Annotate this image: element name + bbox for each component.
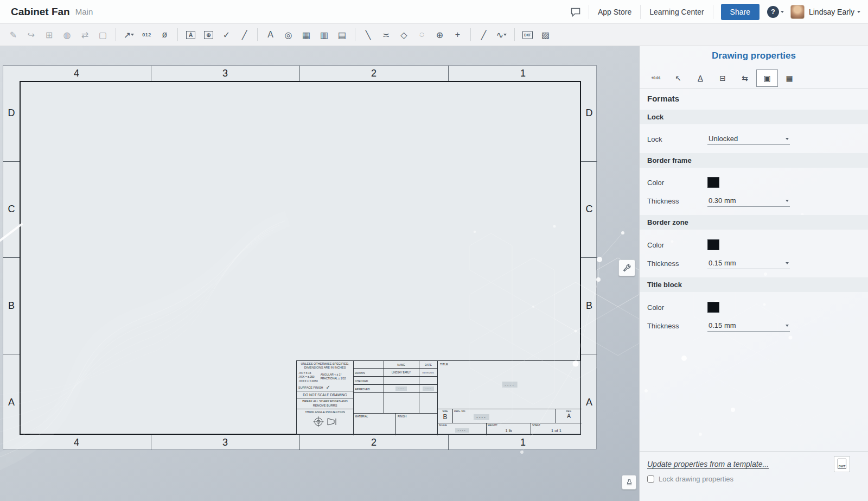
diameter-dimension-icon[interactable]: ø bbox=[156, 27, 174, 43]
leader-style-tab[interactable]: ↖ bbox=[667, 69, 689, 87]
spline-icon[interactable]: ∿ bbox=[493, 27, 510, 43]
thickness-label: Thickness bbox=[647, 197, 707, 205]
sketch-icon[interactable]: ✎ bbox=[4, 27, 22, 43]
material-label: MATERIAL bbox=[354, 415, 368, 418]
border-frame-thickness-row: Thickness 0.30 mm bbox=[640, 194, 868, 208]
rev-value: A bbox=[556, 413, 582, 419]
bom-table-icon[interactable]: ▥ bbox=[315, 27, 333, 43]
swap-icon[interactable]: ⇄ bbox=[76, 27, 94, 43]
precision-style-tab[interactable]: +0.01 bbox=[645, 69, 667, 87]
zone-row-label: C bbox=[586, 204, 593, 215]
title-block-color-swatch[interactable] bbox=[707, 302, 719, 313]
geometric-tolerance-icon[interactable]: ⊕ bbox=[200, 27, 218, 43]
drawn-date: 01/25/2021 bbox=[419, 371, 438, 374]
title-area: TITLE ---- SIZE B DWG. NO. ---- REV. A bbox=[438, 361, 582, 435]
zone-divider bbox=[581, 354, 597, 354]
chevron-down-icon bbox=[781, 11, 784, 13]
insert-image-icon[interactable]: ▨ bbox=[537, 27, 554, 43]
dxf-dwg-export-icon[interactable]: DXF bbox=[519, 27, 537, 43]
note-icon[interactable]: A bbox=[182, 27, 200, 43]
border-zone-color-row: Color bbox=[640, 238, 868, 252]
help-menu-button[interactable]: ? bbox=[767, 6, 784, 18]
weld-symbol-icon[interactable]: ╱ bbox=[235, 27, 253, 43]
user-menu-button[interactable]: Lindsay Early bbox=[809, 8, 860, 16]
line-icon[interactable]: ╱ bbox=[475, 27, 493, 43]
stamp-tool-button[interactable] bbox=[622, 475, 636, 490]
border-zone-color-swatch[interactable] bbox=[707, 239, 719, 250]
break-edges-line1: BREAK ALL SHARP EDGES AND bbox=[297, 399, 353, 403]
lock-section-header: Lock bbox=[640, 110, 868, 124]
lock-drawing-properties-label: Lock drawing properties bbox=[659, 475, 733, 483]
zone-row-label: B bbox=[8, 300, 15, 312]
stamp-icon bbox=[626, 479, 633, 486]
share-button[interactable]: Share bbox=[721, 4, 760, 20]
hole-table-icon[interactable]: ▤ bbox=[333, 27, 351, 43]
lock-label: Lock bbox=[647, 135, 707, 143]
lock-drawing-properties-checkbox[interactable] bbox=[647, 475, 654, 483]
scale-label: SCALE bbox=[439, 424, 447, 427]
color-label: Color bbox=[647, 179, 707, 187]
thickness-label: Thickness bbox=[647, 259, 707, 268]
wrench-icon bbox=[623, 264, 631, 272]
border-zone-thickness-dropdown[interactable]: 0.15 mm bbox=[707, 257, 790, 269]
update-template-row: Update properties from a template... DWT bbox=[640, 451, 868, 476]
zone-column-label: 1 bbox=[520, 437, 526, 448]
dwg-no-value: ---- bbox=[474, 414, 489, 420]
wrench-tool-button[interactable] bbox=[618, 259, 635, 276]
chat-bubble-icon bbox=[570, 7, 581, 17]
workspace-name[interactable]: Main bbox=[75, 7, 93, 16]
chat-button[interactable] bbox=[563, 7, 589, 17]
table-icon[interactable]: ▦ bbox=[297, 27, 315, 43]
do-not-scale-note: DO NOT SCALE DRAWING bbox=[297, 391, 353, 398]
drawing-toolbar: ✎ ↪ ⊞ ◍ ⇄ ▢ ↗ 012 ø A ⊕ ✓ ╱ A ◎ ▦ ▥ ▤ ╲ … bbox=[0, 24, 868, 46]
text-style-tab[interactable]: A bbox=[690, 69, 711, 87]
center-point-circle-icon[interactable]: ⊕ bbox=[431, 27, 449, 43]
dimension-style-tab[interactable]: ⇆ bbox=[734, 69, 756, 87]
detail-view-icon[interactable]: ◎ bbox=[279, 27, 297, 43]
size-value: B bbox=[438, 413, 452, 421]
title-label: TITLE bbox=[440, 363, 448, 366]
construction-line-icon[interactable]: + bbox=[449, 27, 467, 43]
zone-row-label: A bbox=[8, 397, 15, 408]
circle-icon[interactable]: ◌ bbox=[413, 27, 431, 43]
weight-value: 1 lb bbox=[487, 428, 531, 433]
title-block-section-header: Title block bbox=[640, 277, 868, 292]
property-style-tabs: +0.01 ↖ A ⊟ ⇆ ▣ ▦ bbox=[640, 68, 868, 88]
centerline-icon[interactable]: ╲ bbox=[359, 27, 377, 43]
zone-column-label: 1 bbox=[520, 68, 526, 79]
rollback-icon[interactable]: ↪ bbox=[22, 27, 40, 43]
border-format-tab[interactable]: ▣ bbox=[756, 69, 778, 87]
thickness-label: Thickness bbox=[647, 322, 707, 330]
update-from-template-link[interactable]: Update properties from a template... bbox=[647, 460, 769, 468]
dwt-template-button[interactable]: DWT bbox=[834, 456, 850, 472]
crop-icon[interactable]: ▢ bbox=[94, 27, 112, 43]
title-block-color-row: Color bbox=[640, 300, 868, 314]
zone-divider bbox=[581, 161, 597, 162]
break-edges-line2: REMOVE BURRS bbox=[297, 404, 353, 408]
avatar[interactable] bbox=[790, 5, 805, 19]
zone-divider bbox=[448, 435, 449, 450]
lock-dropdown[interactable]: Unlocked bbox=[707, 133, 790, 145]
border-frame-thickness-dropdown[interactable]: 0.30 mm bbox=[707, 195, 790, 207]
view-style-tab[interactable]: ⊟ bbox=[712, 69, 733, 87]
zone-divider bbox=[151, 66, 151, 81]
border-zone-thickness-row: Thickness 0.15 mm bbox=[640, 256, 868, 270]
title-block-thickness-dropdown[interactable]: 0.15 mm bbox=[707, 320, 790, 332]
scale-value: ---- bbox=[455, 428, 469, 433]
hexagon-icon[interactable]: ◇ bbox=[395, 27, 413, 43]
app-store-button[interactable]: App Store bbox=[589, 0, 640, 23]
learning-center-button[interactable]: Learning Center bbox=[641, 0, 712, 23]
chevron-down-icon bbox=[786, 325, 789, 327]
table-style-tab[interactable]: ▦ bbox=[778, 69, 800, 87]
zone-row-label: B bbox=[586, 300, 592, 312]
border-frame-color-swatch[interactable] bbox=[707, 177, 719, 188]
ordinate-dimension-icon[interactable]: 012 bbox=[138, 27, 156, 43]
title-block: UNLESS OTHERWISE SPECIFIED, DIMENSIONS A… bbox=[296, 360, 581, 435]
dimension-icon[interactable]: ↗ bbox=[120, 27, 138, 43]
save-icon[interactable]: ⊞ bbox=[40, 27, 58, 43]
zone-row-label: C bbox=[8, 204, 15, 215]
surface-finish-icon[interactable]: ✓ bbox=[218, 27, 235, 43]
globe-icon[interactable]: ◍ bbox=[58, 27, 76, 43]
text-icon[interactable]: A bbox=[261, 27, 279, 43]
center-mark-icon[interactable]: ≍ bbox=[377, 27, 395, 43]
